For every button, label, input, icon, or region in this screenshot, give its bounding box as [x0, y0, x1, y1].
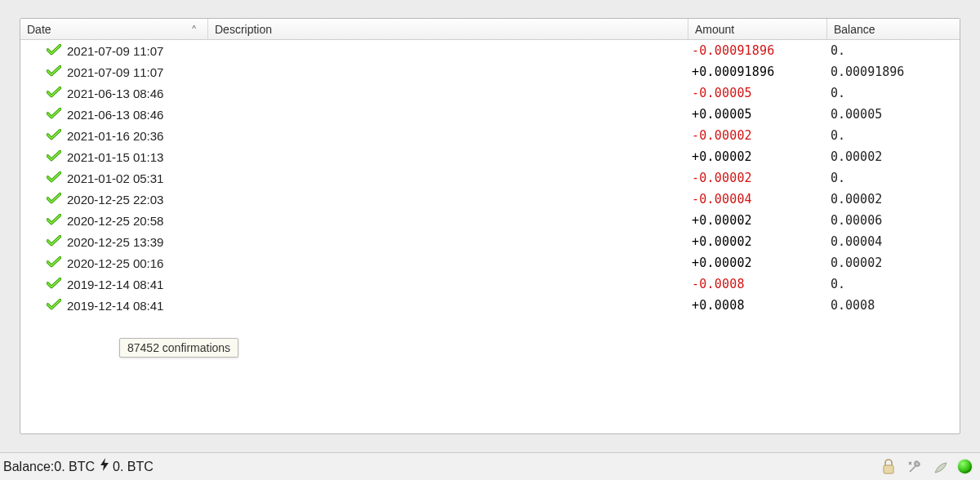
date-text: 2020-12-25 00:16 — [67, 256, 163, 270]
cell-balance: 0. — [827, 171, 960, 185]
cell-date: 2021-07-09 11:07 — [20, 44, 208, 58]
confirmed-check-icon — [47, 278, 61, 291]
table-row[interactable]: 2021-01-16 20:36-0.000020. — [20, 125, 960, 146]
date-text: 2019-12-14 08:41 — [67, 299, 163, 313]
cell-date: 2021-01-15 01:13 — [20, 150, 208, 164]
table-row[interactable]: 2021-06-13 08:46-0.000050. — [20, 82, 960, 104]
table-row[interactable]: 2020-12-25 20:58+0.000020.00006 — [20, 210, 960, 231]
date-text: 2021-01-15 01:13 — [67, 150, 163, 164]
table-row[interactable]: 2019-12-14 08:41+0.00080.0008 — [20, 295, 960, 316]
cell-balance: 0.0008 — [827, 298, 960, 313]
lightning-icon — [100, 458, 109, 473]
cell-amount: +0.0008 — [688, 298, 827, 313]
cell-date: 2021-06-13 08:46 — [20, 108, 208, 122]
date-text: 2021-06-13 08:46 — [67, 87, 163, 100]
lock-icon[interactable] — [880, 458, 898, 476]
table-header: Date ^ Description Amount Balance — [20, 19, 960, 40]
tooltip-text: 87452 confirmations — [127, 341, 230, 354]
date-text: 2019-12-14 08:41 — [67, 278, 163, 291]
confirmed-check-icon — [47, 87, 61, 100]
table-row[interactable]: 2020-12-25 22:03-0.000040.00002 — [20, 189, 960, 210]
history-panel: Date ^ Description Amount Balance 2021-0… — [20, 18, 960, 434]
table-row[interactable]: 2021-01-02 05:31-0.000020. — [20, 167, 960, 189]
cell-amount: -0.00002 — [688, 171, 827, 185]
cell-date: 2020-12-25 20:58 — [20, 214, 208, 228]
date-text: 2021-07-09 11:07 — [67, 65, 163, 79]
cell-amount: -0.0008 — [688, 277, 827, 291]
date-text: 2021-01-02 05:31 — [67, 171, 163, 185]
column-header-description-label: Description — [215, 23, 272, 36]
table-row[interactable]: 2019-12-14 08:41-0.00080. — [20, 273, 960, 295]
cell-balance: 0.00002 — [827, 256, 960, 270]
cell-balance: 0. — [827, 128, 960, 143]
confirmed-check-icon — [47, 108, 61, 122]
date-text: 2021-01-16 20:36 — [67, 129, 163, 143]
confirmed-check-icon — [47, 150, 61, 164]
status-lightning-value: 0. BTC — [113, 460, 154, 474]
table-row[interactable]: 2021-07-09 11:07+0.000918960.00091896 — [20, 61, 960, 82]
table-row[interactable]: 2020-12-25 13:39+0.000020.00004 — [20, 231, 960, 252]
cell-date: 2021-06-13 08:46 — [20, 87, 208, 100]
cell-amount: +0.00002 — [688, 256, 827, 270]
table-row[interactable]: 2021-01-15 01:13+0.000020.00002 — [20, 146, 960, 167]
status-balance-label: Balance: — [3, 460, 54, 474]
confirmed-check-icon — [47, 256, 61, 270]
column-header-date[interactable]: Date ^ — [20, 19, 208, 39]
cell-balance: 0. — [827, 86, 960, 100]
tools-icon[interactable] — [906, 458, 924, 476]
cell-amount: +0.00002 — [688, 149, 827, 164]
cell-date: 2020-12-25 22:03 — [20, 193, 208, 207]
date-text: 2020-12-25 22:03 — [67, 193, 163, 207]
cell-balance: 0. — [827, 43, 960, 58]
confirmed-check-icon — [47, 129, 61, 143]
confirmed-check-icon — [47, 214, 61, 228]
cell-balance: 0. — [827, 277, 960, 291]
column-header-description[interactable]: Description — [208, 19, 688, 39]
confirmed-check-icon — [47, 235, 61, 249]
cell-balance: 0.00006 — [827, 213, 960, 228]
cell-date: 2021-07-09 11:07 — [20, 65, 208, 79]
column-header-balance-label: Balance — [834, 23, 875, 36]
cell-amount: -0.00091896 — [688, 43, 827, 58]
table-row[interactable]: 2021-06-13 08:46+0.000050.00005 — [20, 104, 960, 125]
cell-amount: -0.00005 — [688, 86, 827, 100]
cell-balance: 0.00002 — [827, 149, 960, 164]
status-bar: Balance: 0. BTC 0. BTC — [0, 452, 980, 480]
table-row[interactable]: 2021-07-09 11:07-0.000918960. — [20, 40, 960, 61]
cell-amount: +0.00002 — [688, 234, 827, 249]
column-header-amount-label: Amount — [695, 23, 734, 36]
cell-balance: 0.00091896 — [827, 64, 960, 79]
column-header-date-label: Date — [27, 23, 51, 36]
cell-amount: +0.00005 — [688, 107, 827, 122]
confirmed-check-icon — [47, 299, 61, 313]
cell-amount: -0.00002 — [688, 128, 827, 143]
column-header-balance[interactable]: Balance — [827, 19, 960, 39]
confirmed-check-icon — [47, 65, 61, 79]
table-body: 2021-07-09 11:07-0.000918960.2021-07-09 … — [20, 40, 960, 316]
status-icons — [880, 458, 972, 476]
date-text: 2020-12-25 13:39 — [67, 235, 163, 249]
cell-date: 2020-12-25 00:16 — [20, 256, 208, 270]
cell-amount: +0.00002 — [688, 213, 827, 228]
confirmed-check-icon — [47, 171, 61, 185]
cell-date: 2019-12-14 08:41 — [20, 278, 208, 291]
seed-icon[interactable] — [932, 458, 950, 476]
confirmations-tooltip: 87452 confirmations — [119, 338, 238, 358]
svg-rect-0 — [884, 465, 893, 473]
cell-balance: 0.00004 — [827, 234, 960, 249]
cell-date: 2021-01-16 20:36 — [20, 129, 208, 143]
status-balance-value: 0. BTC — [54, 460, 95, 474]
cell-date: 2020-12-25 13:39 — [20, 235, 208, 249]
network-status-led[interactable] — [958, 460, 972, 473]
date-text: 2020-12-25 20:58 — [67, 214, 163, 228]
confirmed-check-icon — [47, 44, 61, 58]
table-row[interactable]: 2020-12-25 00:16+0.000020.00002 — [20, 252, 960, 273]
column-header-amount[interactable]: Amount — [688, 19, 827, 39]
cell-date: 2021-01-02 05:31 — [20, 171, 208, 185]
confirmed-check-icon — [47, 193, 61, 207]
date-text: 2021-07-09 11:07 — [67, 44, 163, 58]
cell-amount: -0.00004 — [688, 192, 827, 207]
cell-amount: +0.00091896 — [688, 64, 827, 79]
cell-date: 2019-12-14 08:41 — [20, 299, 208, 313]
sort-ascending-icon: ^ — [192, 24, 196, 33]
